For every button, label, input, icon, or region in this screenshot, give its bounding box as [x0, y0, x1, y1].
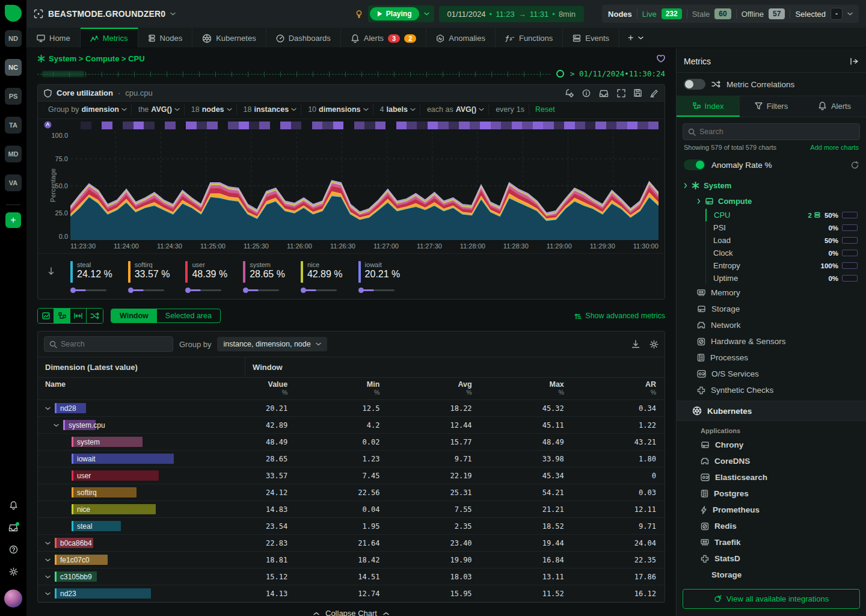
legend-chip-user[interactable]: user48.39 % — [185, 261, 227, 293]
filter-1s[interactable]: every 1s — [491, 104, 529, 115]
anomaly-slider[interactable] — [243, 288, 285, 293]
column-header-min[interactable]: Min% — [287, 380, 379, 396]
sidebar-item-network[interactable]: Network — [677, 317, 866, 333]
window-option[interactable]: Window — [111, 309, 157, 322]
tab-metrics[interactable]: Metrics — [81, 28, 138, 48]
anomaly-ribbon[interactable] — [70, 122, 659, 129]
table-row-steal[interactable]: steal23.541.952.3518.529.71 — [38, 518, 665, 535]
legend-chip-system[interactable]: system28.65 % — [243, 261, 285, 293]
anomaly-slider[interactable] — [358, 288, 401, 293]
user-avatar[interactable] — [4, 590, 22, 608]
tab-anomalies[interactable]: Anomalies — [426, 28, 496, 48]
anomaly-rate-toggle[interactable] — [684, 159, 705, 170]
night-mode-icon[interactable] — [355, 10, 363, 19]
playing-button[interactable]: Playing — [370, 7, 419, 20]
image-view-button[interactable] — [38, 309, 54, 323]
tab-dashboards[interactable]: Dashboards — [266, 28, 341, 48]
workspace-ps[interactable]: PS — [5, 88, 22, 105]
tab-kubernetes[interactable]: Kubernetes — [192, 28, 266, 48]
stacked-area-chart[interactable] — [70, 132, 659, 240]
tab-nodes[interactable]: Nodes — [138, 28, 193, 48]
chart-plot-area[interactable]: Percentage 100.075.050.025.00.0 — [38, 129, 665, 240]
compare-button[interactable] — [70, 309, 87, 323]
tab-functions[interactable]: Functions — [496, 28, 563, 48]
alert-settings-icon[interactable] — [565, 88, 574, 97]
tab-events[interactable]: Events — [563, 28, 619, 48]
table-row-system[interactable]: system48.490.0215.7748.4943.21 — [38, 434, 665, 451]
inbox-icon[interactable] — [8, 523, 18, 532]
sidebar-item-prometheus[interactable]: Prometheus — [677, 502, 866, 518]
tree-view-button[interactable] — [54, 309, 70, 323]
table-settings-icon[interactable] — [650, 340, 659, 349]
table-row-nice[interactable]: nice14.830.047.5521.2112.11 — [38, 501, 665, 518]
legend-chip-nice[interactable]: nice42.89 % — [301, 261, 343, 293]
table-search-input[interactable] — [61, 340, 168, 348]
workspace-ta[interactable]: TA — [5, 117, 22, 134]
favorite-heart-icon[interactable] — [657, 55, 665, 63]
sidebar-search-input[interactable] — [699, 128, 855, 136]
filter-instances[interactable]: 18 instances — [239, 104, 302, 115]
add-more-charts-link[interactable]: Add more charts — [810, 144, 859, 151]
row-expand-chevron-icon[interactable] — [45, 592, 51, 596]
annotate-icon[interactable] — [650, 88, 659, 97]
sidebar-item-memory[interactable]: Memory — [677, 285, 866, 301]
workspace-md[interactable]: MD — [5, 146, 22, 162]
column-header-value[interactable]: Value% — [195, 380, 287, 396]
sidebar-item-redis[interactable]: Redis — [677, 518, 866, 534]
save-icon[interactable] — [634, 88, 642, 97]
show-advanced-metrics-link[interactable]: Show advanced metrics — [574, 312, 665, 320]
filter-dimension[interactable]: Group by dimension — [44, 104, 132, 115]
scrubber-handle[interactable] — [556, 70, 564, 78]
sidebar-item-processes[interactable]: Processes — [677, 350, 866, 366]
table-row-fe1c07c0[interactable]: fe1c07c018.8118.4219.9016.8422.35 — [38, 552, 665, 568]
notifications-icon[interactable] — [9, 500, 18, 510]
workspace-name[interactable]: BEASTMODE.GROUNDZER0 — [48, 9, 165, 19]
table-row-softirq[interactable]: softirq24.1222.5625.3154.210.03 — [38, 484, 665, 501]
tree-leaf-clock[interactable]: Clock0% — [706, 247, 866, 259]
group-by-select[interactable]: instance, dimension, node — [217, 337, 327, 351]
workspace-nc[interactable]: NC — [5, 59, 22, 76]
sidebar-item-storage[interactable]: Storage — [677, 301, 866, 317]
tree-node-compute[interactable]: Compute — [677, 194, 866, 209]
collapse-chart-button[interactable]: Collapse Chart — [26, 603, 676, 616]
correlate-button[interactable] — [87, 309, 103, 323]
sidebar-item-postgres[interactable]: Postgres — [677, 485, 866, 502]
view-integrations-button[interactable]: View all available integrations — [683, 589, 860, 609]
filter-dimensions[interactable]: 10 dimensions — [304, 104, 373, 115]
stale-nodes-badge[interactable]: 60 — [714, 8, 731, 19]
sidebar-item-coredns[interactable]: CoreDNS — [677, 453, 866, 469]
offline-nodes-badge[interactable]: 57 — [769, 8, 785, 19]
legend-chip-iowait[interactable]: iowait20.21 % — [358, 261, 401, 293]
metric-correlations-toggle[interactable] — [684, 79, 705, 90]
anomaly-slider[interactable] — [301, 288, 343, 293]
tree-node-system[interactable]: System — [677, 177, 866, 194]
column-header-avg[interactable]: Avg% — [379, 380, 471, 396]
anomaly-slider[interactable] — [70, 288, 112, 293]
sidebar-item-traefik[interactable]: Traefik — [677, 534, 866, 550]
sidebar-tab-index[interactable]: Index — [677, 96, 740, 117]
table-row-system-cpu[interactable]: system.cpu42.894.212.4445.111.22 — [38, 417, 665, 434]
column-header-name[interactable]: Name — [45, 380, 195, 396]
sidebar-item-hardware-sensors[interactable]: Hardware & Sensors — [677, 333, 866, 350]
sidebar-item-o-s-services[interactable]: O/S Services — [677, 366, 866, 382]
column-header-ar[interactable]: AR% — [564, 380, 656, 396]
fullscreen-icon[interactable] — [617, 88, 625, 97]
tree-leaf-psi[interactable]: PSI0% — [706, 221, 866, 234]
sidebar-tab-alerts[interactable]: Alerts — [803, 96, 866, 117]
filter-labels[interactable]: 4 labels — [376, 104, 420, 115]
table-row-iowait[interactable]: iowait28.651.239.7133.981.80 — [38, 451, 665, 467]
help-icon[interactable] — [9, 545, 18, 554]
row-expand-chevron-icon[interactable] — [54, 424, 60, 427]
tree-leaf-cpu[interactable]: CPU250% — [705, 209, 866, 221]
row-expand-chevron-icon[interactable] — [45, 407, 51, 410]
tree-leaf-uptime[interactable]: Uptime0% — [706, 272, 866, 285]
settings-icon[interactable] — [9, 567, 18, 576]
date-range-picker[interactable]: 01/11/2024• 11:23 → 11:31 • 8min — [439, 6, 585, 22]
sidebar-item-storage[interactable]: Storage — [677, 567, 866, 583]
selected-nodes-badge[interactable]: - — [831, 8, 843, 20]
play-menu-chevron-icon[interactable] — [424, 12, 429, 16]
tree-leaf-load[interactable]: Load50% — [706, 234, 866, 247]
breadcrumb[interactable]: System > Compute > CPU — [49, 54, 145, 63]
table-search[interactable] — [44, 336, 173, 352]
workspace-nd[interactable]: ND — [5, 30, 22, 47]
